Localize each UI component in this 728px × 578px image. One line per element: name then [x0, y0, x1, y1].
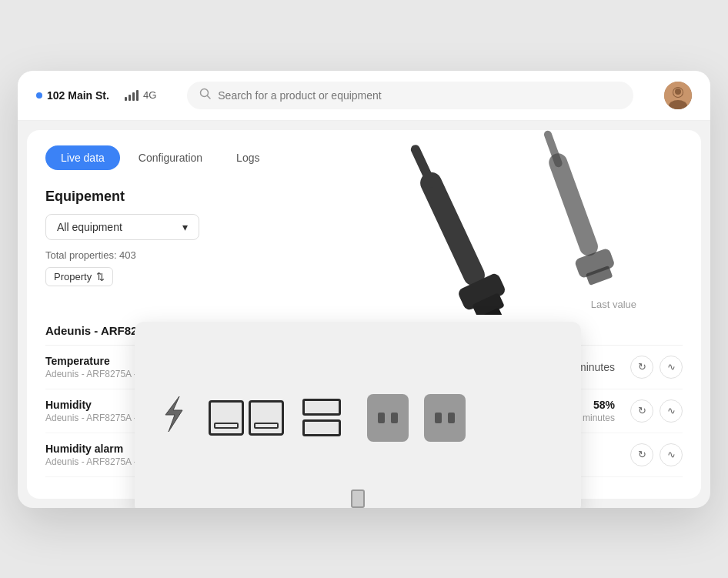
signal-bar-1	[125, 97, 127, 101]
outlet-hole	[391, 413, 398, 423]
filter-arrows-icon: ⇅	[96, 271, 105, 282]
ethernet-port-1	[209, 400, 244, 436]
tab-configuration[interactable]: Configuration	[123, 145, 218, 170]
usb-port-1	[302, 399, 341, 416]
refresh-icon: ↻	[638, 361, 646, 373]
mini-usb-connector	[351, 489, 365, 508]
outlet-hole	[378, 413, 385, 423]
chart-icon: ∿	[667, 405, 676, 416]
temperature-chart-button[interactable]: ∿	[660, 356, 683, 379]
signal-badge: 4G	[125, 89, 156, 101]
signal-bar-2	[129, 95, 131, 101]
bolt-icon	[158, 395, 190, 441]
outlet-2-holes	[435, 413, 455, 423]
svg-rect-7	[417, 169, 489, 289]
outlet-2	[424, 394, 466, 442]
svg-marker-16	[165, 396, 182, 432]
location-badge[interactable]: 102 Main St.	[36, 89, 109, 102]
temperature-actions: ↻ ∿	[630, 356, 683, 379]
temperature-refresh-button[interactable]: ↻	[630, 356, 653, 379]
humidity-chart-button[interactable]: ∿	[660, 399, 683, 423]
section-title: Equipement	[45, 189, 683, 205]
last-value-header: Last value	[591, 299, 636, 310]
refresh-icon: ↻	[638, 405, 646, 416]
search-icon	[199, 88, 212, 103]
svg-point-6	[675, 89, 681, 95]
signal-text: 4G	[143, 89, 156, 101]
outlet-hole	[448, 413, 455, 423]
tab-logs[interactable]: Logs	[221, 145, 275, 170]
outlet-1-holes	[378, 413, 398, 423]
chart-icon: ∿	[667, 449, 676, 460]
chart-icon: ∿	[667, 361, 676, 373]
humidity-alarm-chart-button[interactable]: ∿	[660, 443, 683, 466]
ethernet-ports	[209, 400, 284, 436]
signal-bar-4	[136, 90, 139, 101]
refresh-icon: ↻	[638, 449, 646, 460]
humidity-actions: ↻ ∿	[630, 399, 683, 423]
tabs-container: Live data Configuration Logs	[45, 145, 683, 170]
svg-line-1	[208, 95, 211, 99]
filter-label: Property	[54, 271, 92, 282]
search-input[interactable]	[218, 89, 621, 102]
outlet-1	[367, 394, 409, 442]
header: 102 Main St. 4G	[18, 71, 710, 121]
tab-live-data[interactable]: Live data	[45, 145, 120, 170]
signal-bar-3	[132, 92, 135, 101]
equipment-select-label: All equipment	[57, 221, 122, 233]
usb-port-2	[302, 419, 341, 436]
ethernet-clip	[214, 423, 239, 429]
svg-rect-15	[586, 265, 613, 285]
total-properties: Total properties: 403	[45, 249, 683, 261]
humidity-refresh-button[interactable]: ↻	[630, 399, 653, 423]
search-bar[interactable]	[187, 82, 633, 109]
app-container: 102 Main St. 4G	[18, 71, 710, 508]
signal-bars-icon	[125, 90, 139, 101]
outlet-hole	[435, 413, 442, 423]
main-content: Live data Configuration Logs Equipement …	[27, 130, 701, 499]
table-header: Last value	[45, 299, 683, 316]
location-dot	[36, 92, 42, 99]
equipment-select[interactable]: All equipment ▾	[45, 214, 199, 240]
power-outlets	[367, 394, 466, 442]
humidity-alarm-refresh-button[interactable]: ↻	[630, 443, 653, 466]
location-text: 102 Main St.	[47, 89, 109, 102]
ethernet-port-2	[249, 400, 284, 436]
property-filter[interactable]: Property ⇅	[45, 267, 113, 286]
chevron-down-icon: ▾	[182, 221, 188, 233]
powerstrip-image	[135, 322, 581, 508]
ethernet-clip-2	[254, 423, 279, 429]
avatar[interactable]	[664, 82, 692, 109]
usb-ports	[302, 399, 341, 436]
humidity-alarm-actions: ↻ ∿	[630, 443, 683, 466]
